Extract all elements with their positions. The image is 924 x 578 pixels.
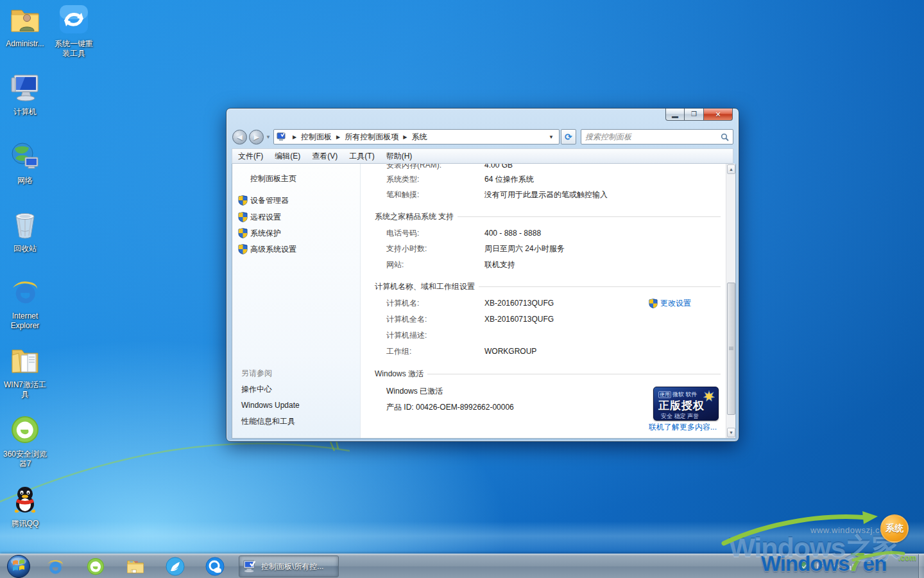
search-input[interactable]: 搜索控制面板: [581, 129, 733, 144]
minimize-button[interactable]: ▬: [665, 109, 685, 121]
sidebar: 控制面板主页 设备管理器 远程设置: [232, 164, 361, 438]
close-button[interactable]: ✕: [704, 109, 733, 121]
reinstall-tool-icon: [58, 4, 89, 35]
desktop-icon-recycle-bin[interactable]: 回收站: [0, 209, 50, 254]
start-button[interactable]: [6, 554, 31, 578]
sidebar-item-device-manager[interactable]: 设备管理器: [250, 194, 289, 207]
taskbar-browser-feather-icon[interactable]: [165, 556, 185, 577]
menu-edit[interactable]: 编辑(E): [269, 151, 306, 162]
show-desktop-button[interactable]: [918, 554, 924, 578]
caption-buttons: ▬ ❐ ✕: [665, 109, 733, 121]
activation-section-header: Windows 激活: [375, 367, 721, 380]
learn-more-link[interactable]: 联机了解更多内容...: [649, 421, 717, 434]
breadcrumb-control-panel[interactable]: 控制面板: [301, 132, 332, 143]
desktop-icon-network[interactable]: 网络: [0, 141, 50, 186]
desktop-icon-tencent-qq[interactable]: 腾讯QQ: [0, 484, 50, 529]
breadcrumb-arrow: ▶: [398, 134, 411, 140]
search-icon: [721, 133, 729, 141]
menu-view[interactable]: 查看(V): [306, 151, 343, 162]
watermark-url: www.windowszj.com: [810, 525, 892, 535]
taskbar-explorer-icon[interactable]: [125, 556, 146, 577]
taskbar-360-browser-icon[interactable]: [85, 556, 106, 577]
menu-help[interactable]: 帮助(H): [381, 151, 418, 162]
icon-label: Administr...: [0, 39, 50, 49]
sidebar-item-windows-update[interactable]: Windows Update: [241, 399, 300, 412]
maximize-button[interactable]: ❐: [685, 109, 704, 121]
icon-label: WIN7激活工 具: [0, 380, 50, 399]
360-browser-icon: [10, 414, 40, 445]
menu-file[interactable]: 文件(F): [232, 151, 269, 162]
watermark-suffix: .com: [898, 554, 916, 563]
system-window: ▬ ❐ ✕ ◀ ▶ ▼ ▶ 控制面板 ▶ 所有控制面板项 ▶ 系统 ▼: [226, 108, 739, 442]
icon-label: 网络: [0, 176, 50, 186]
genuine-software-badge: 使用微软 软件 正版授权 安全 稳定 声誉: [653, 387, 719, 421]
address-dropdown-arrow[interactable]: ▼: [543, 134, 559, 140]
search-placeholder: 搜索控制面板: [585, 132, 721, 143]
menu-bar: 文件(F) 编辑(E) 查看(V) 工具(T) 帮助(H): [232, 148, 733, 164]
icon-label: 系统一键重 装工具: [49, 39, 99, 58]
scrollbar-thumb[interactable]: [727, 283, 735, 415]
active-task-icon: [243, 560, 257, 573]
computer-name-section-header: 计算机名称、域和工作组设置: [375, 280, 721, 293]
breadcrumb-all-items[interactable]: 所有控制面板项: [345, 132, 398, 143]
scroll-down-arrow[interactable]: ▼: [727, 428, 735, 437]
system-page-icon: [277, 132, 287, 141]
taskbar-qq-browser-icon[interactable]: [205, 556, 225, 577]
uac-shield-icon: [238, 228, 248, 238]
desktop-icon-win7-activation-tool[interactable]: WIN7激活工 具: [0, 345, 50, 399]
online-support-link[interactable]: 联机支持: [484, 258, 515, 271]
icon-label: 腾讯QQ: [0, 519, 50, 529]
computer-icon: [10, 72, 40, 103]
desktop: Administr... 系统一键重 装工具 计算机: [0, 0, 924, 578]
icon-label: 计算机: [0, 107, 50, 117]
address-toolbar: ◀ ▶ ▼ ▶ 控制面板 ▶ 所有控制面板项 ▶ 系统 ▼ ⟳ 搜索控制面: [227, 127, 739, 147]
sidebar-item-system-protection[interactable]: 系统保护: [250, 227, 281, 240]
refresh-button[interactable]: ⟳: [561, 129, 576, 144]
internet-explorer-icon: [10, 276, 40, 307]
uac-shield-icon: [238, 195, 248, 206]
taskbar-active-task[interactable]: 控制面板\所有控...: [239, 556, 339, 577]
genuine-star-icon: [703, 390, 715, 401]
taskbar-internet-explorer-icon[interactable]: [45, 556, 65, 577]
desktop-icon-system-reinstall-tool[interactable]: 系统一键重 装工具: [49, 4, 99, 58]
breadcrumb-arrow: ▶: [332, 134, 345, 140]
watermark-badge: 系统: [880, 514, 909, 543]
uac-shield-icon: [649, 299, 658, 308]
forward-button[interactable]: ▶: [249, 130, 264, 144]
menu-tools[interactable]: 工具(T): [343, 151, 380, 162]
address-bar[interactable]: ▶ 控制面板 ▶ 所有控制面板项 ▶ 系统 ▼: [273, 129, 560, 144]
breadcrumb-arrow: ▶: [288, 134, 301, 140]
sidebar-item-advanced-settings[interactable]: 高级系统设置: [250, 243, 296, 256]
support-section-header: 系统之家精品系统 支持: [375, 210, 721, 223]
sidebar-item-action-center[interactable]: 操作中心: [241, 383, 272, 396]
recent-pages-chevron[interactable]: ▼: [266, 134, 271, 140]
desktop-icon-administrator[interactable]: Administr...: [0, 4, 50, 49]
icon-label: Internet Explorer: [0, 311, 50, 331]
change-settings-link[interactable]: 更改设置: [649, 297, 691, 310]
sidebar-item-performance-tools[interactable]: 性能信息和工具: [241, 415, 295, 428]
breadcrumb-system[interactable]: 系统: [411, 132, 427, 143]
window-body: 控制面板主页 设备管理器 远程设置: [232, 164, 736, 439]
active-task-label: 控制面板\所有控...: [261, 561, 323, 572]
activation-tool-folder-icon: [10, 345, 40, 376]
desktop-icon-360-browser[interactable]: 360安全浏览 器7: [0, 414, 50, 469]
icon-label: 回收站: [0, 244, 50, 254]
sidebar-home-link[interactable]: 控制面板主页: [250, 172, 296, 185]
uac-shield-icon: [238, 244, 248, 254]
scroll-up-arrow[interactable]: ▲: [727, 164, 735, 174]
qq-penguin-icon: [10, 484, 40, 514]
network-icon: [10, 141, 40, 171]
uac-shield-icon: [238, 212, 248, 222]
back-button[interactable]: ◀: [232, 130, 247, 144]
icon-label: 360安全浏览 器7: [0, 450, 50, 469]
see-also-header: 另请参阅: [241, 367, 272, 380]
desktop-icon-computer[interactable]: 计算机: [0, 72, 50, 117]
system-info-panel: 安装内存(RAM): 4.00 GB 系统类型: 64 位操作系统 笔和触摸: …: [361, 164, 727, 438]
sidebar-item-remote-settings[interactable]: 远程设置: [250, 211, 281, 223]
desktop-icon-internet-explorer[interactable]: Internet Explorer: [0, 276, 50, 331]
vertical-scrollbar[interactable]: ▲ ▼: [726, 164, 735, 438]
recycle-bin-icon: [10, 209, 40, 240]
user-folder-icon: [10, 4, 40, 35]
